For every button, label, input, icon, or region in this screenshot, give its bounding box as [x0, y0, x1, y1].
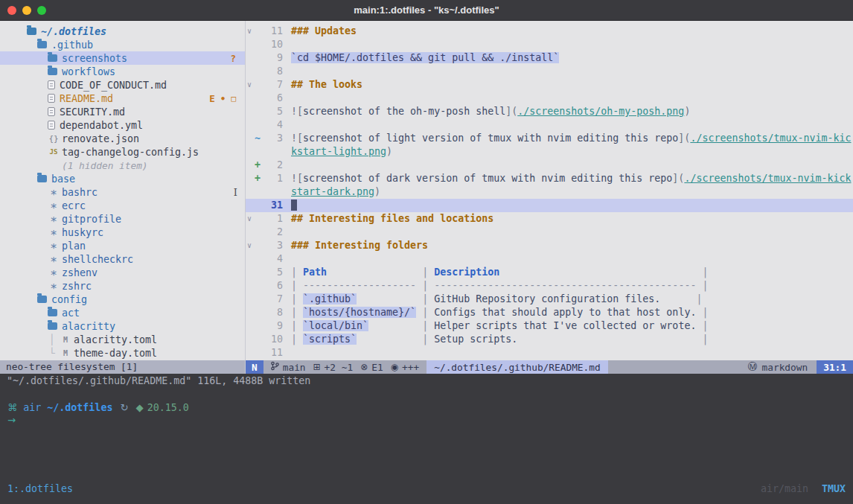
prompt-arrow-icon[interactable]: →	[7, 415, 16, 426]
doc-icon	[48, 94, 55, 103]
shell-prompt[interactable]: ⌘ air ~/.dotfiles ↻ ◆ 20.15.0	[7, 401, 189, 414]
git-sync-icon: ↻	[120, 402, 128, 413]
tree-item-workflows[interactable]: workflows	[0, 65, 245, 78]
editor-line[interactable]: ∨11### Updates	[246, 25, 853, 38]
editor-line[interactable]: ∨1## Interesting files and locations	[246, 212, 853, 226]
conf-icon: *	[48, 201, 60, 215]
tree-item-shellcheckrc[interactable]: *shellcheckrc	[0, 252, 245, 266]
tree-item-label: dependabot.yml	[60, 120, 143, 131]
editor-line[interactable]: 8	[246, 65, 853, 78]
fold-marker-icon[interactable]: ∨	[246, 212, 255, 226]
gutter-gap	[283, 333, 291, 346]
tmux-window-tab[interactable]: 1:.dotfiles	[7, 483, 73, 494]
editor-line[interactable]: ∨7## The looks	[246, 78, 853, 92]
tree-item-ecrc[interactable]: *ecrc	[0, 199, 245, 212]
editor-line[interactable]: 5![screenshot of the oh-my-posh shell](.…	[246, 105, 853, 118]
editor-line[interactable]: 9`cd $HOME/.dotfiles && git pull && ./in…	[246, 51, 853, 65]
editor-line[interactable]: 8| `hosts/{hostname}/` | Configs that sh…	[246, 306, 853, 319]
tree-item-zshrc[interactable]: *zshrc	[0, 279, 245, 293]
fold-column	[246, 159, 255, 172]
token-heading: ### Updates	[291, 25, 357, 36]
line-number: 9	[263, 319, 283, 333]
editor-line[interactable]: 6| ------------------- | ---------------…	[246, 279, 853, 293]
tree-item-dependabot-yml[interactable]: dependabot.yml	[0, 118, 245, 132]
editor-line[interactable]: 2	[246, 226, 853, 239]
git-diff-counts: +2 ~1	[325, 362, 354, 373]
gutter-gap	[283, 212, 291, 226]
markdown-link[interactable]: kstart-light.png	[291, 146, 386, 157]
tree-item-bashrc[interactable]: *bashrcI	[0, 185, 245, 199]
fold-marker-icon[interactable]: ∨	[246, 78, 255, 92]
zoom-button[interactable]	[37, 6, 46, 15]
editor-line[interactable]: 9| `local/bin` | Helper scripts that I'v…	[246, 319, 853, 333]
editor-line[interactable]: 31	[246, 199, 853, 212]
markdown-link[interactable]: ./screenshots/oh-my-posh.png	[517, 106, 684, 117]
tree-item-zshenv[interactable]: *zshenv	[0, 266, 245, 279]
line-content: | `scripts` | Setup scripts. |	[291, 333, 708, 346]
tree-item-readme-md[interactable]: README.mdE•□	[0, 92, 245, 105]
tree-item--github[interactable]: .github	[0, 38, 245, 51]
tree-item-alacritty-toml[interactable]: │Malacritty.toml	[0, 333, 245, 346]
tree-item-act[interactable]: act	[0, 306, 245, 319]
close-button[interactable]	[7, 6, 16, 15]
folder-icon	[48, 68, 57, 75]
tree-item--1-hidden-item-[interactable]: (1 hidden item)	[0, 159, 245, 172]
editor-line[interactable]: 5| Path | Description |	[246, 266, 853, 279]
token-punct: ](	[672, 173, 684, 184]
markdown-link[interactable]: start-dark.png	[291, 186, 374, 197]
editor-line[interactable]: ∨3### Interesting folders	[246, 239, 853, 252]
editor-line[interactable]: start-dark.png)	[246, 185, 853, 199]
editor-line[interactable]: 6	[246, 92, 853, 105]
editor-line[interactable]: 10	[246, 38, 853, 51]
tree-guide: └	[49, 348, 60, 359]
tree-item-huskyrc[interactable]: *huskyrc	[0, 226, 245, 239]
tree-item-base[interactable]: base	[0, 172, 245, 185]
status-badges: E•□	[209, 93, 245, 104]
tree-item-plan[interactable]: *plan	[0, 239, 245, 252]
tree-item-renovate-json[interactable]: {}renovate.json	[0, 132, 245, 145]
tree-item-label: renovate.json	[62, 133, 139, 144]
tree-item-alacritty[interactable]: alacritty	[0, 319, 245, 333]
tree-item-config[interactable]: config	[0, 293, 245, 306]
line-number: 11	[263, 346, 283, 360]
gutter-gap	[283, 78, 291, 92]
token-punct: ](	[505, 106, 517, 117]
token-text: screenshot of the oh-my-posh shell	[303, 106, 505, 117]
line-number: 5	[263, 266, 283, 279]
tree-item-label: act	[62, 307, 80, 319]
editor-line[interactable]: 4	[246, 118, 853, 132]
token-pipe: |	[291, 307, 303, 318]
editor-line[interactable]: 7| `.github` | GitHub Repository configu…	[246, 293, 853, 306]
markdown-link[interactable]: ./screenshots/tmux-nvim-kick	[684, 173, 851, 184]
tree-item-tag-changelog-config-js[interactable]: JStag-changelog-config.js	[0, 145, 245, 159]
token-punct: )	[374, 186, 380, 197]
tree-item-theme-day-toml[interactable]: └Mtheme-day.toml	[0, 346, 245, 360]
cmdline-message: "~/.dotfiles/.github/README.md" 116L, 44…	[0, 374, 853, 388]
minimize-button[interactable]	[22, 6, 31, 15]
editor-buffer[interactable]: ∨11### Updates109`cd $HOME/.dotfiles && …	[246, 21, 853, 360]
mouse-text-cursor: I	[234, 187, 245, 198]
editor-line[interactable]: ~3![screenshot of light version of tmux …	[246, 132, 853, 145]
token-punct: ](	[678, 133, 690, 144]
sign-column	[255, 252, 263, 266]
tree-item-code-of-conduct-md[interactable]: CODE_OF_CONDUCT.md	[0, 78, 245, 92]
fold-marker-icon[interactable]: ∨	[246, 25, 255, 38]
token-plain	[357, 334, 416, 345]
editor-line[interactable]: 4	[246, 252, 853, 266]
fold-marker-icon[interactable]: ∨	[246, 239, 255, 252]
tree-item-security-md[interactable]: SECURITY.md	[0, 105, 245, 118]
editor-line[interactable]: kstart-light.png)	[246, 145, 853, 159]
tree-item-label: base	[51, 173, 75, 185]
tree-item-screenshots[interactable]: screenshots?	[0, 51, 245, 65]
editor-line[interactable]: 10| `scripts` | Setup scripts. |	[246, 333, 853, 346]
tree-item--dotfiles[interactable]: ~/.dotfiles	[0, 25, 245, 38]
sign-column	[255, 118, 263, 132]
editor-line[interactable]: 11	[246, 346, 853, 360]
tmux-session-name: air/main	[761, 483, 808, 494]
editor-line[interactable]: +2	[246, 159, 853, 172]
diagnostics-icon: ⊗	[360, 362, 368, 372]
editor-line[interactable]: +1![screenshot of dark version of tmux w…	[246, 172, 853, 185]
sign-column	[255, 92, 263, 105]
tree-item-gitprofile[interactable]: *gitprofile	[0, 212, 245, 226]
markdown-link[interactable]: ./screenshots/tmux-nvim-kic	[690, 133, 851, 144]
